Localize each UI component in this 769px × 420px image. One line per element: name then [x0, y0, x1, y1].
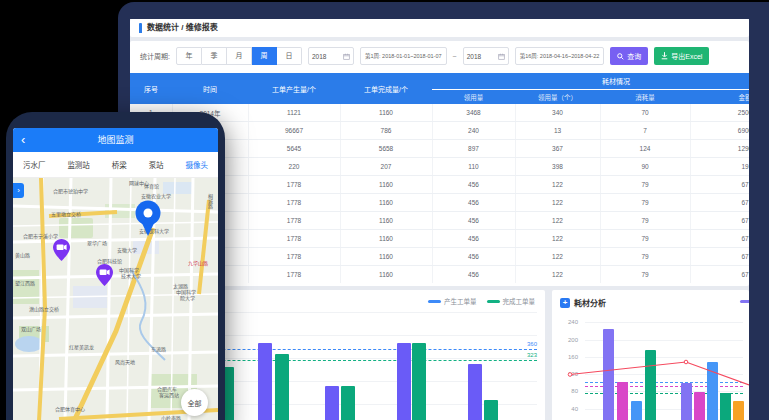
map-label: 九华山路 — [188, 259, 208, 266]
bar-产生工单量 — [325, 386, 339, 420]
stage: 数据统计 / 维修报表 统计周期: 年季月周日 2018 第1周: 2018-0… — [0, 0, 769, 420]
map-label: 潜山路立交桥 — [29, 305, 59, 312]
y-axis-tick: 160 — [556, 354, 578, 360]
y-axis-tick: 120 — [556, 371, 578, 377]
week-to-input[interactable]: 第16周: 2018-04-16~2018-04-22 — [515, 47, 605, 65]
map-label: 黄山路 — [15, 251, 30, 258]
calendar-icon — [498, 53, 505, 60]
year-to-value: 2018 — [467, 53, 481, 60]
bar-完成工单量 — [412, 343, 426, 420]
map-label: 体育馆 — [144, 182, 159, 189]
phone-header: ‹ 地图监测 — [13, 128, 218, 152]
bar-group2 — [694, 392, 705, 420]
bar-group2 — [733, 401, 744, 420]
bar-group2 — [707, 362, 718, 420]
map-expander-button[interactable]: › — [13, 183, 24, 198]
map-label: 安徽大学 — [117, 246, 137, 253]
bar-group2 — [681, 383, 692, 420]
map-label: 双山广场 — [21, 325, 41, 332]
range-separator: ~ — [453, 53, 457, 60]
year-from-select[interactable]: 2018 — [308, 47, 354, 65]
map-label: 风尚天地 — [115, 358, 135, 365]
reference-line-label: 360 — [513, 341, 537, 347]
period-button-月[interactable]: 月 — [227, 47, 252, 65]
camera-pin-icon[interactable] — [53, 239, 70, 265]
y-axis-tick: 40 — [556, 406, 578, 412]
map-label: 太湖路 — [173, 282, 188, 289]
map-label: 客运西站 — [159, 391, 179, 398]
query-button[interactable]: 查询 — [610, 47, 648, 65]
gridline — [585, 322, 743, 323]
bar-group1 — [645, 350, 656, 420]
map-label: 望江西路 — [15, 279, 35, 286]
phone-page-title: 地图监测 — [13, 128, 218, 152]
col-subheader: 消耗量 — [600, 90, 690, 105]
bar-产生工单量 — [258, 343, 272, 420]
phone-mockup: ‹ 地图监测 污水厂监测站桥梁泵站摄像头 — [6, 112, 225, 420]
search-icon — [617, 53, 624, 60]
year-to-select[interactable]: 2018 — [463, 47, 509, 65]
tab-监测站[interactable]: 监测站 — [67, 159, 90, 170]
tab-摄像头[interactable]: 摄像头 — [186, 159, 209, 170]
period-button-年[interactable]: 年 — [176, 47, 202, 65]
table-row: 12014年112111603468340702500 — [130, 104, 749, 122]
map-label: 桐城路 — [207, 194, 214, 209]
map-label: 合肥市宁溪小学 — [23, 232, 58, 239]
right-chart-plot: 2402001601208040 — [552, 290, 749, 420]
back-icon[interactable]: ‹ — [21, 128, 25, 152]
map-labels: 网球中心合肥市琥珀中学体育馆安徽农业大学桐城路五里墩立交桥安徽医科大学合肥市宁溪… — [13, 178, 218, 420]
calendar-icon — [343, 53, 350, 60]
bar-完成工单量 — [341, 386, 355, 420]
consumables-chart-card: + 耗材分析 2402001601208040 — [552, 290, 749, 420]
reference-line-label: 323 — [513, 352, 537, 358]
map-label: 红星美凯龙 — [69, 343, 94, 350]
map-label: 合肥体育中心 — [55, 405, 85, 412]
bar-完成工单量 — [275, 354, 289, 420]
map-label: 五里墩立交桥 — [51, 210, 81, 217]
bar-group1 — [603, 329, 614, 420]
bar-group2 — [720, 393, 731, 420]
col-subheader: 领用量 — [432, 90, 515, 105]
tab-泵站[interactable]: 泵站 — [149, 159, 164, 170]
phone-screen: ‹ 地图监测 污水厂监测站桥梁泵站摄像头 — [13, 128, 218, 420]
breadcrumb-card: 数据统计 / 维修报表 — [130, 19, 749, 37]
y-axis-tick: 200 — [556, 337, 578, 343]
col-subheader: 金额 — [690, 90, 749, 105]
col-header-created: 工单产生量/个 — [248, 73, 340, 104]
period-group: 年季月周日 — [176, 47, 302, 65]
download-icon — [661, 52, 668, 60]
tab-桥梁[interactable]: 桥梁 — [112, 159, 127, 170]
breadcrumb: 数据统计 / 维修报表 — [147, 19, 218, 37]
period-button-季[interactable]: 季 — [202, 47, 227, 65]
tab-污水厂[interactable]: 污水厂 — [23, 159, 46, 170]
map-view[interactable]: 网球中心合肥市琥珀中学体育馆安徽农业大学桐城路五里墩立交桥安徽医科大学合肥市宁溪… — [13, 178, 218, 420]
period-button-日[interactable]: 日 — [277, 47, 302, 65]
bar-完成工单量 — [484, 400, 498, 420]
map-label: 小岭南路 — [161, 414, 181, 420]
bar-group1 — [631, 401, 642, 420]
map-label: 院大学 — [180, 294, 195, 301]
week-from-input[interactable]: 第1周: 2018-01-01~2018-01-07 — [360, 47, 447, 65]
export-excel-button[interactable]: 导出Excel — [654, 47, 709, 65]
y-axis-tick: 80 — [556, 388, 578, 394]
map-label: 翠华广场 — [87, 239, 107, 246]
filter-row: 统计周期: 年季月周日 2018 第1周: 2018-01-01~2018-01… — [140, 47, 709, 65]
map-label: 合肥科技馆 — [97, 257, 122, 264]
col-header-no: 序号 — [130, 73, 172, 104]
year-from-value: 2018 — [312, 53, 326, 60]
period-label: 统计周期: — [140, 51, 170, 61]
phone-tabs: 污水厂监测站桥梁泵站摄像头 — [13, 152, 218, 178]
period-button-周[interactable]: 周 — [252, 47, 277, 65]
breadcrumb-accent — [139, 23, 142, 33]
map-label: 技术大学 — [121, 272, 141, 279]
bar-产生工单量 — [397, 343, 411, 420]
bar-group1 — [617, 382, 628, 420]
map-label: 合肥市琥珀中学 — [53, 187, 88, 194]
selected-location-pin-icon[interactable] — [134, 200, 162, 242]
y-axis-tick: 240 — [556, 319, 578, 325]
show-all-button[interactable]: 全部 — [181, 389, 208, 416]
bar-产生工单量 — [468, 364, 482, 420]
camera-pin-icon[interactable] — [96, 264, 113, 290]
map-label: 安徽农业大学 — [141, 192, 171, 199]
col-subheader: 领用量（个） — [515, 90, 600, 105]
